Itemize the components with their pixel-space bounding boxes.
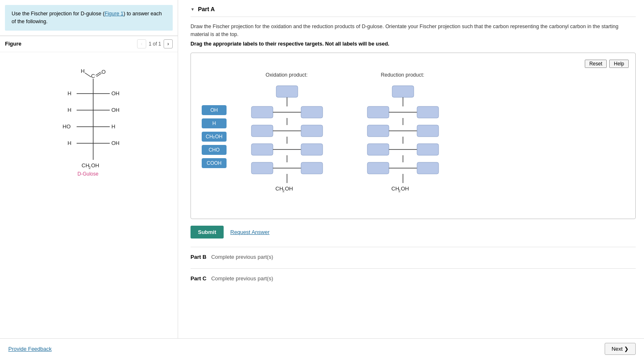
svg-text:H: H <box>68 90 71 96</box>
svg-text:2: 2 <box>89 166 91 170</box>
svg-rect-64 <box>417 162 439 174</box>
svg-text:CH: CH <box>391 186 399 192</box>
svg-rect-37 <box>251 144 273 155</box>
reduction-title: Reduction product: <box>381 72 425 78</box>
svg-rect-35 <box>301 125 323 137</box>
svg-rect-62 <box>367 162 389 174</box>
figure-header: Figure ‹ 1 of 1 › <box>0 36 178 52</box>
svg-rect-29 <box>251 106 273 118</box>
svg-text:2: 2 <box>398 189 400 193</box>
svg-text:C: C <box>91 73 95 79</box>
label-h[interactable]: H <box>202 118 227 128</box>
svg-rect-58 <box>367 144 389 155</box>
svg-text:CH: CH <box>275 186 283 192</box>
part-c-status: Complete previous part(s) <box>211 275 273 282</box>
svg-rect-50 <box>367 106 389 118</box>
svg-line-3 <box>96 72 101 75</box>
gulose-fischer-svg: H C O H OH H OH <box>48 60 130 176</box>
nav-page: 1 of 1 <box>149 41 161 47</box>
part-c-label: Part C <box>191 275 206 282</box>
svg-text:OH: OH <box>401 186 409 192</box>
part-b-label: Part B <box>191 254 206 260</box>
part-b-status: Complete previous part(s) <box>211 254 273 260</box>
svg-text:OH: OH <box>111 107 120 113</box>
svg-text:OH: OH <box>111 90 120 96</box>
label-cho[interactable]: CHO <box>202 145 227 155</box>
part-c-section: Part C Complete previous part(s) <box>191 268 636 282</box>
svg-text:H: H <box>68 107 71 113</box>
left-panel: Use the Fischer projection for D-gulose … <box>0 0 178 338</box>
svg-rect-56 <box>417 125 439 137</box>
oxidation-svg: CH 2 OH <box>239 84 334 212</box>
svg-text:CH: CH <box>82 162 89 169</box>
svg-text:H: H <box>111 123 115 130</box>
svg-text:HO: HO <box>63 123 71 130</box>
reduction-svg: CH 2 OH <box>355 84 450 212</box>
label-ch2oh[interactable]: CH₂OH <box>202 132 227 142</box>
svg-text:H: H <box>68 140 71 146</box>
svg-text:OH: OH <box>285 186 293 192</box>
figure-content: H C O H OH H OH <box>0 52 178 339</box>
submit-row: Submit Request Answer <box>191 226 636 239</box>
drag-workspace: OH H CH₂OH CHO COOH Oxidation product: <box>198 72 629 212</box>
svg-text:O: O <box>101 69 106 75</box>
oxidation-title: Oxidation product: <box>265 72 307 78</box>
drag-area: Reset Help OH H CH₂OH CHO COOH Oxidation… <box>191 53 636 219</box>
svg-rect-41 <box>251 162 273 174</box>
figure-title: Figure <box>5 41 22 47</box>
svg-rect-33 <box>251 125 273 137</box>
part-b-section: Part B Complete previous part(s) <box>191 247 636 260</box>
label-cooh[interactable]: COOH <box>202 158 227 168</box>
next-button[interactable]: Next ❯ <box>605 343 636 355</box>
info-box: Use the Fischer projection for D-gulose … <box>5 5 173 31</box>
prev-nav-button[interactable]: ‹ <box>137 39 146 48</box>
svg-rect-27 <box>276 86 298 97</box>
svg-rect-52 <box>417 106 439 118</box>
reset-button[interactable]: Reset <box>585 60 607 68</box>
info-text: Use the Fischer projection for D-gulose … <box>12 11 162 24</box>
svg-text:OH: OH <box>111 140 120 146</box>
feedback-link[interactable]: Provide Feedback <box>8 346 52 352</box>
svg-text:D-Gulose: D-Gulose <box>77 171 99 176</box>
svg-rect-60 <box>417 144 439 155</box>
svg-line-1 <box>85 73 91 77</box>
instructions-2: Drag the appropriate labels to their res… <box>191 41 636 47</box>
next-nav-button[interactable]: › <box>164 39 173 48</box>
figure-link[interactable]: Figure 1 <box>104 11 123 17</box>
submit-button[interactable]: Submit <box>191 226 224 239</box>
svg-rect-43 <box>301 162 323 174</box>
svg-text:H: H <box>81 68 84 74</box>
reset-help-row: Reset Help <box>198 60 629 68</box>
instructions-1: Draw the Fischer projection for the oxid… <box>191 23 636 39</box>
svg-text:OH: OH <box>91 162 99 169</box>
svg-line-4 <box>96 73 101 77</box>
svg-rect-31 <box>301 106 323 118</box>
labels-column: OH H CH₂OH CHO COOH <box>198 72 231 212</box>
right-panel: ▼ Part A Draw the Fischer projection for… <box>178 0 644 338</box>
part-a-title: Part A <box>198 6 215 12</box>
part-a-header: ▼ Part A <box>191 0 636 17</box>
projections-area: Oxidation product: <box>231 72 629 212</box>
figure-nav: ‹ 1 of 1 › <box>137 39 173 48</box>
help-button[interactable]: Help <box>609 60 629 68</box>
request-answer-link[interactable]: Request Answer <box>230 229 270 235</box>
svg-rect-39 <box>301 144 323 155</box>
bottom-bar: Provide Feedback Next ❯ <box>0 338 644 359</box>
figure-section: Figure ‹ 1 of 1 › H C O <box>0 36 178 339</box>
svg-rect-48 <box>392 86 414 97</box>
collapse-icon[interactable]: ▼ <box>191 7 195 12</box>
svg-rect-54 <box>367 125 389 137</box>
svg-text:2: 2 <box>282 189 285 193</box>
label-oh[interactable]: OH <box>202 105 227 115</box>
